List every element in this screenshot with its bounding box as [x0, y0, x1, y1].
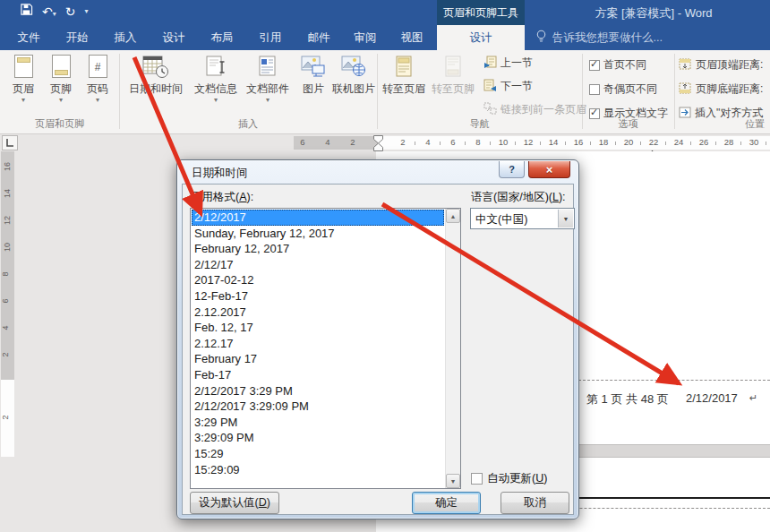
quick-parts-button[interactable]: 文档部件▾	[242, 52, 294, 120]
pictures-button[interactable]: 图片	[295, 52, 331, 120]
lightbulb-icon	[535, 30, 547, 46]
tab-design[interactable]: 设计	[152, 25, 195, 50]
ruler-number: 2	[1, 352, 10, 356]
redo-icon[interactable]: ↻	[65, 4, 76, 19]
tab-review[interactable]: 审阅	[344, 25, 387, 50]
footer-from-bottom-field[interactable]: 页脚底端距离:	[679, 82, 763, 97]
next-section-button[interactable]: 下一节	[483, 79, 533, 94]
tab-view[interactable]: 视图	[390, 25, 433, 50]
group-label-options: 选项	[582, 117, 674, 131]
tell-me-box[interactable]: 告诉我您想要做什么...	[535, 25, 663, 50]
footer-button[interactable]: 页脚▾	[43, 52, 79, 120]
format-option[interactable]: 2.12.17	[192, 336, 444, 352]
scroll-down-button[interactable]: ▼	[446, 474, 460, 488]
close-icon: ×	[546, 163, 553, 176]
ruler-margin-segment	[294, 136, 378, 150]
tab-layout[interactable]: 布局	[201, 25, 244, 50]
format-option-selected[interactable]: 2/12/2017	[192, 210, 444, 226]
header-from-top-field[interactable]: 页眉顶端距离:	[679, 57, 763, 73]
vertical-ruler[interactable]: 16 14 12 10 8 6 4 2 2	[0, 151, 15, 460]
group-label-position: 位置	[674, 117, 770, 131]
ruler-margin-segment	[1, 151, 14, 380]
window-title: 方案 [兼容模式] - Word	[555, 5, 752, 21]
pictures-icon	[301, 52, 326, 81]
quick-access-toolbar: ↶▾ ↻ ▾	[20, 3, 89, 20]
combo-dropdown-icon[interactable]: ▼	[558, 210, 573, 227]
format-option[interactable]: 2/12/17	[192, 257, 444, 273]
dialog-help-button[interactable]: ?	[499, 161, 525, 178]
ruler-number: 16	[574, 137, 584, 147]
ruler-number: 20	[624, 137, 634, 147]
format-option[interactable]: 2017-02-12	[192, 272, 444, 288]
ruler-number: 26	[699, 137, 709, 147]
footer-page-info[interactable]: 第 1 页 共 48 页	[586, 391, 669, 408]
format-option[interactable]: 2/12/2017 3:29 PM	[192, 383, 444, 399]
ruler-number: 4	[425, 137, 430, 147]
format-option[interactable]: 3:29:09 PM	[192, 430, 444, 446]
tab-references[interactable]: 引用	[249, 25, 292, 50]
available-formats-listbox[interactable]: 2/12/2017 Sunday, February 12, 2017 Febr…	[190, 208, 461, 489]
word-window: ↶▾ ↻ ▾ 页眉和页脚工具 方案 [兼容模式] - Word 文件 开始 插入…	[0, 0, 770, 532]
link-to-previous-button[interactable]: 链接到前一条页眉	[483, 102, 586, 117]
format-option[interactable]: Feb. 12, 17	[192, 320, 444, 336]
language-combobox[interactable]: 中文(中国) ▼	[470, 208, 575, 229]
document-info-button[interactable]: 文档信息▾	[190, 52, 242, 120]
checkbox-unchecked-icon	[471, 473, 483, 485]
ruler-number: 8	[1, 271, 10, 276]
auto-update-checkbox[interactable]: 自动更新(U)	[471, 471, 547, 486]
ruler-number: 8	[475, 137, 480, 147]
cancel-button[interactable]: 取消	[500, 492, 569, 514]
dialog-content: 可用格式(A): 2/12/2017 Sunday, February 12, …	[182, 184, 574, 515]
online-pictures-button[interactable]: 联机图片	[330, 52, 377, 120]
undo-icon[interactable]: ↶▾	[42, 4, 56, 19]
ruler-number: 6	[1, 298, 10, 303]
dialog-close-button[interactable]: ×	[528, 161, 570, 178]
ruler-number: 12	[3, 216, 12, 225]
listbox-scrollbar[interactable]: ▲ ▼	[445, 209, 460, 488]
language-value: 中文(中国)	[475, 212, 527, 227]
format-option[interactable]: Feb-17	[192, 367, 444, 383]
scroll-up-button[interactable]: ▲	[446, 209, 460, 223]
horizontal-ruler[interactable]: 6 4 2 2 4 6 8 10 12 14 16 18 20 22 24 26…	[0, 135, 770, 151]
tab-selector[interactable]	[2, 135, 18, 150]
link-to-previous-icon	[483, 102, 497, 117]
goto-footer-button[interactable]: 转至页脚	[429, 52, 477, 120]
ruler-number: 12	[524, 137, 534, 147]
format-option[interactable]: 15:29	[192, 446, 444, 462]
goto-header-button[interactable]: 转至页眉	[380, 52, 428, 120]
ok-button[interactable]: 确定	[412, 492, 481, 514]
footer-date-field[interactable]: 2/12/2017	[686, 391, 738, 405]
previous-section-button[interactable]: 上一节	[483, 56, 533, 71]
next-section-icon	[483, 79, 497, 94]
customize-quick-access-icon[interactable]: ▾	[84, 7, 88, 15]
ruler-number: 14	[3, 189, 12, 198]
format-option[interactable]: 3:29 PM	[192, 415, 444, 431]
format-option[interactable]: February 17	[192, 351, 444, 367]
goto-header-icon	[393, 52, 415, 81]
ruler-number: 4	[1, 325, 10, 330]
format-option[interactable]: 2.12.2017	[192, 305, 444, 321]
different-first-page-checkbox[interactable]: ✓ 首页不同	[589, 57, 646, 73]
format-option[interactable]: 12-Feb-17	[192, 288, 444, 305]
ribbon-tab-row: 文件 开始 插入 设计 布局 引用 邮件 审阅 视图 设计 告诉我您想要做什么.…	[0, 25, 770, 50]
date-time-button[interactable]: 日期和时间	[123, 52, 189, 120]
group-label-navigation: 导航	[377, 117, 582, 131]
header-button[interactable]: 页眉▾	[5, 52, 41, 120]
format-option[interactable]: Sunday, February 12, 2017	[192, 226, 444, 242]
format-option[interactable]: 2/12/2017 3:29:09 PM	[192, 399, 444, 415]
different-odd-even-checkbox[interactable]: 奇偶页不同	[589, 82, 657, 97]
format-option[interactable]: February 12, 2017	[192, 241, 444, 257]
ruler-number: 30	[749, 137, 759, 147]
tab-file[interactable]: 文件	[7, 25, 50, 50]
format-option[interactable]: 15:29:09	[192, 462, 444, 478]
tab-mailings[interactable]: 邮件	[297, 25, 340, 50]
tab-insert[interactable]: 插入	[104, 25, 147, 50]
online-pictures-icon	[341, 52, 366, 81]
set-as-default-button[interactable]: 设为默认值(D)	[190, 492, 279, 514]
tab-home[interactable]: 开始	[56, 25, 98, 50]
page-number-button[interactable]: # 页码▾	[80, 52, 116, 120]
ruler-number: 16	[3, 162, 12, 171]
save-icon[interactable]	[20, 3, 33, 20]
ribbon: 页眉▾ 页脚▾ # 页码▾ 日期和时间	[0, 50, 770, 134]
tab-hf-design-active[interactable]: 设计	[437, 25, 525, 50]
